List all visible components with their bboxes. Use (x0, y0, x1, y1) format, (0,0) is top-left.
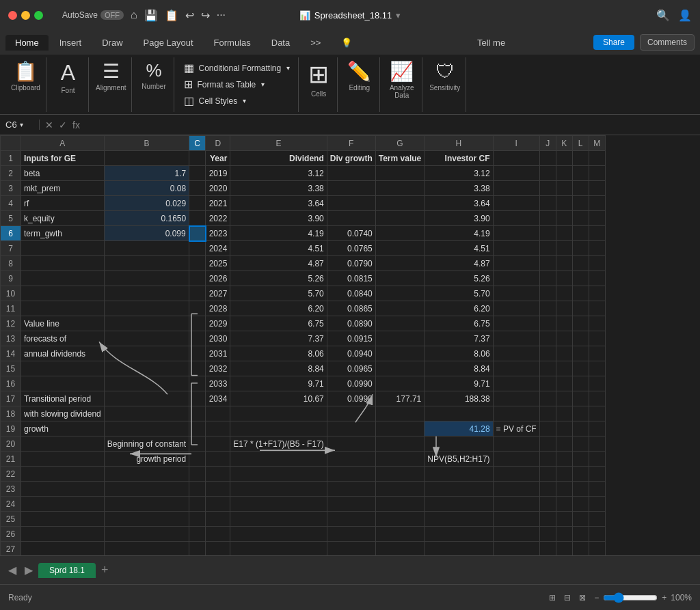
table-cell[interactable]: 5.70 (230, 286, 327, 301)
table-cell[interactable]: 4.87 (230, 256, 327, 271)
table-cell[interactable] (539, 452, 556, 467)
row-header[interactable]: 17 (1, 391, 21, 406)
table-cell[interactable] (425, 542, 493, 556)
sheet-nav-left[interactable]: ◀ (5, 564, 19, 577)
table-cell[interactable]: 6.20 (230, 301, 327, 316)
table-cell[interactable]: 2031 (206, 346, 230, 361)
table-cell[interactable] (206, 497, 230, 512)
table-cell[interactable] (104, 421, 189, 436)
table-cell[interactable] (21, 256, 105, 271)
table-cell[interactable] (556, 376, 572, 391)
col-header-d[interactable]: D (206, 136, 230, 151)
table-cell[interactable] (206, 527, 230, 542)
sheet-nav-right[interactable]: ▶ (22, 564, 36, 577)
table-cell[interactable]: 0.0990 (327, 376, 375, 391)
table-cell[interactable] (589, 151, 605, 166)
sensitivity-button[interactable]: 🛡 Sensitivity (429, 60, 460, 92)
table-cell[interactable] (375, 497, 424, 512)
table-cell[interactable] (104, 482, 189, 497)
table-cell[interactable] (556, 452, 572, 467)
table-cell[interactable]: growth (21, 421, 105, 436)
table-cell[interactable] (589, 542, 605, 556)
table-cell[interactable] (21, 497, 105, 512)
table-cell[interactable] (104, 361, 189, 376)
table-cell[interactable]: 177.71 (375, 391, 424, 406)
table-cell[interactable]: 0.0890 (327, 316, 375, 331)
table-cell[interactable]: Year (206, 151, 230, 166)
row-header[interactable]: 20 (1, 436, 21, 452)
table-cell[interactable] (589, 211, 605, 226)
table-cell[interactable] (375, 226, 424, 241)
table-cell[interactable] (539, 316, 556, 331)
table-cell[interactable]: 8.84 (230, 361, 327, 376)
table-cell[interactable] (189, 256, 206, 271)
table-cell[interactable] (493, 211, 539, 226)
table-cell[interactable] (21, 452, 105, 467)
table-cell[interactable] (493, 286, 539, 301)
table-cell[interactable] (21, 361, 105, 376)
table-cell[interactable] (589, 166, 605, 181)
table-cell[interactable]: 0.029 (104, 196, 189, 211)
table-cell[interactable] (206, 542, 230, 556)
table-cell[interactable] (425, 436, 493, 452)
table-cell[interactable] (189, 421, 206, 436)
table-cell[interactable]: Dividend (230, 151, 327, 166)
table-cell[interactable] (21, 482, 105, 497)
table-cell[interactable] (572, 166, 589, 181)
table-cell[interactable] (572, 211, 589, 226)
table-cell[interactable] (189, 286, 206, 301)
table-cell[interactable] (375, 376, 424, 391)
table-cell[interactable]: Investor CF (425, 151, 493, 166)
table-cell[interactable] (104, 286, 189, 301)
analyze-data-button[interactable]: 📈 AnalyzeData (390, 60, 414, 99)
table-cell[interactable] (493, 406, 539, 421)
table-cell[interactable] (556, 301, 572, 316)
table-cell[interactable] (589, 391, 605, 406)
table-cell[interactable]: 7.37 (230, 331, 327, 346)
table-cell[interactable] (230, 497, 327, 512)
table-cell[interactable] (230, 452, 327, 467)
table-cell[interactable] (589, 452, 605, 467)
table-cell[interactable] (327, 527, 375, 542)
table-cell[interactable] (572, 512, 589, 527)
table-cell[interactable] (189, 151, 206, 166)
table-cell[interactable]: 5.26 (230, 271, 327, 286)
table-cell[interactable] (493, 346, 539, 361)
table-cell[interactable] (539, 256, 556, 271)
col-header-l[interactable]: L (572, 136, 589, 151)
table-cell[interactable] (375, 256, 424, 271)
table-cell[interactable] (189, 512, 206, 527)
table-cell[interactable] (539, 166, 556, 181)
table-cell[interactable] (21, 467, 105, 482)
table-cell[interactable] (556, 331, 572, 346)
table-cell[interactable] (230, 527, 327, 542)
table-cell[interactable] (104, 151, 189, 166)
formula-input[interactable] (85, 120, 695, 130)
row-header[interactable]: 26 (1, 527, 21, 542)
row-header[interactable]: 23 (1, 482, 21, 497)
table-cell[interactable] (572, 226, 589, 241)
row-header[interactable]: 22 (1, 467, 21, 482)
minimize-button[interactable] (21, 11, 30, 20)
table-cell[interactable] (327, 421, 375, 436)
table-cell[interactable] (375, 241, 424, 256)
table-cell[interactable]: 0.0940 (327, 346, 375, 361)
table-cell[interactable] (572, 271, 589, 286)
table-cell[interactable] (189, 376, 206, 391)
table-cell[interactable] (556, 286, 572, 301)
table-cell[interactable] (539, 241, 556, 256)
accept-formula-icon[interactable]: ✓ (59, 120, 67, 130)
user-icon[interactable]: 👤 (678, 9, 692, 22)
row-header[interactable]: 21 (1, 452, 21, 467)
table-cell[interactable]: 3.64 (230, 196, 327, 211)
table-cell[interactable]: Div growth (327, 151, 375, 166)
table-cell[interactable] (375, 421, 424, 436)
table-cell[interactable] (589, 512, 605, 527)
table-cell[interactable] (375, 436, 424, 452)
row-header[interactable]: 24 (1, 497, 21, 512)
table-cell[interactable] (556, 256, 572, 271)
table-cell[interactable] (375, 346, 424, 361)
table-cell[interactable] (556, 406, 572, 421)
tab-home[interactable]: Home (5, 35, 49, 51)
table-cell[interactable] (189, 346, 206, 361)
